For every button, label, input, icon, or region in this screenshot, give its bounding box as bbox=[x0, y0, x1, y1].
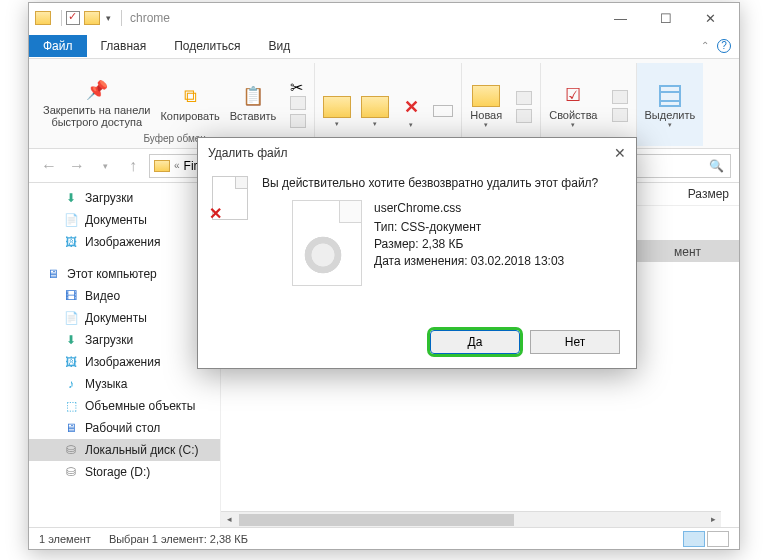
help-icon[interactable]: ? bbox=[717, 39, 731, 53]
tree-documents2[interactable]: 📄Документы bbox=[29, 307, 220, 329]
newfolder-icon bbox=[472, 85, 500, 107]
status-bar: 1 элемент Выбран 1 элемент: 2,38 КБ bbox=[29, 527, 739, 549]
qat-folder-icon[interactable] bbox=[84, 11, 100, 25]
dialog-title: Удалить файл bbox=[208, 146, 287, 160]
ribbon-tabs: Файл Главная Поделиться Вид ⌃ ? bbox=[29, 33, 739, 59]
tree-downloads[interactable]: ⬇Загрузки bbox=[29, 187, 220, 209]
tree-thispc[interactable]: 🖥Этот компьютер bbox=[29, 263, 220, 285]
newitem-icon[interactable] bbox=[516, 91, 532, 105]
file-size: Размер: 2,38 КБ bbox=[374, 236, 564, 253]
pin-button[interactable]: 📌 Закрепить на панели быстрого доступа bbox=[43, 78, 150, 128]
newfolder-button[interactable]: Новая▾ bbox=[470, 85, 502, 129]
cut-icon[interactable]: ✂ bbox=[290, 78, 306, 92]
easyaccess-icon[interactable] bbox=[516, 109, 532, 123]
folder-icon bbox=[35, 11, 51, 25]
ribbon: 📌 Закрепить на панели быстрого доступа ⧉… bbox=[29, 59, 739, 149]
open-icon[interactable] bbox=[612, 90, 628, 104]
scroll-thumb[interactable] bbox=[239, 514, 514, 526]
copyto-button[interactable]: ▾ bbox=[361, 96, 389, 128]
qat-properties-icon[interactable] bbox=[66, 11, 80, 25]
copyto-icon bbox=[361, 96, 389, 118]
dialog-close-button[interactable]: ✕ bbox=[614, 145, 626, 161]
rename-icon bbox=[433, 105, 453, 117]
back-button[interactable]: ← bbox=[37, 154, 61, 178]
file-name: userChrome.css bbox=[374, 200, 564, 217]
properties-icon: ☑ bbox=[561, 83, 585, 107]
chevron-left-icon[interactable]: « bbox=[174, 160, 180, 171]
tab-share[interactable]: Поделиться bbox=[160, 35, 254, 57]
window-title: chrome bbox=[130, 11, 170, 25]
tree-3dobjects[interactable]: ⬚Объемные объекты bbox=[29, 395, 220, 417]
tree-documents[interactable]: 📄Документы bbox=[29, 209, 220, 231]
select-button[interactable]: Выделить▾ bbox=[645, 85, 696, 129]
tree-desktop[interactable]: 🖥Рабочий стол bbox=[29, 417, 220, 439]
yes-button[interactable]: Да bbox=[430, 330, 520, 354]
horizontal-scrollbar[interactable]: ◂ ▸ bbox=[221, 511, 721, 527]
gear-icon bbox=[301, 233, 345, 277]
paste-icon: 📋 bbox=[241, 84, 265, 108]
delete-icon: ✕ bbox=[399, 95, 423, 119]
scroll-left-icon[interactable]: ◂ bbox=[221, 512, 237, 526]
copy-button[interactable]: ⧉ Копировать bbox=[160, 84, 219, 122]
up-button[interactable]: ↑ bbox=[121, 154, 145, 178]
moveto-icon bbox=[323, 96, 351, 118]
dialog-titlebar: Удалить файл ✕ bbox=[198, 138, 636, 168]
copypath-icon[interactable] bbox=[290, 96, 306, 110]
delete-button[interactable]: ✕▾ bbox=[399, 95, 423, 129]
file-metadata: userChrome.css Тип: CSS-документ Размер:… bbox=[374, 200, 564, 270]
titlebar: ▾ chrome — ☐ ✕ bbox=[29, 3, 739, 33]
no-button[interactable]: Нет bbox=[530, 330, 620, 354]
status-selection: Выбран 1 элемент: 2,38 КБ bbox=[109, 533, 248, 545]
dialog-question: Вы действительно хотите безвозвратно уда… bbox=[262, 176, 622, 190]
paste-button[interactable]: 📋 Вставить bbox=[230, 84, 277, 122]
tab-view[interactable]: Вид bbox=[254, 35, 304, 57]
qat-dropdown-icon[interactable]: ▾ bbox=[106, 13, 111, 23]
file-date: Дата изменения: 03.02.2018 13:03 bbox=[374, 253, 564, 270]
column-size[interactable]: Размер bbox=[678, 183, 739, 205]
close-button[interactable]: ✕ bbox=[688, 4, 733, 32]
tree-pictures[interactable]: 🖼Изображения bbox=[29, 231, 220, 253]
nav-tree: ⬇Загрузки 📄Документы 🖼Изображения 🖥Этот … bbox=[29, 183, 221, 527]
search-icon: 🔍 bbox=[709, 159, 724, 173]
file-type-icon bbox=[292, 200, 362, 286]
copy-icon: ⧉ bbox=[178, 84, 202, 108]
delete-confirmation-dialog: Удалить файл ✕ ✕ Вы действительно хотите… bbox=[197, 137, 637, 369]
file-delete-icon: ✕ bbox=[212, 176, 248, 220]
tree-music[interactable]: ♪Музыка bbox=[29, 373, 220, 395]
moveto-button[interactable]: ▾ bbox=[323, 96, 351, 128]
forward-button[interactable]: → bbox=[65, 154, 89, 178]
pin-icon: 📌 bbox=[85, 78, 109, 102]
minimize-button[interactable]: — bbox=[598, 4, 643, 32]
tree-videos[interactable]: 🎞Видео bbox=[29, 285, 220, 307]
address-folder-icon bbox=[154, 160, 170, 172]
history-icon[interactable] bbox=[612, 108, 628, 122]
tab-file[interactable]: Файл bbox=[29, 35, 87, 57]
status-count: 1 элемент bbox=[39, 533, 91, 545]
select-icon bbox=[659, 85, 681, 107]
tree-drive-c[interactable]: ⛁Локальный диск (C:) bbox=[29, 439, 220, 461]
view-details-button[interactable] bbox=[683, 531, 705, 547]
tab-home[interactable]: Главная bbox=[87, 35, 161, 57]
ribbon-expand-icon[interactable]: ⌃ bbox=[701, 40, 709, 51]
scroll-right-icon[interactable]: ▸ bbox=[705, 512, 721, 526]
tree-pictures2[interactable]: 🖼Изображения bbox=[29, 351, 220, 373]
view-icons-button[interactable] bbox=[707, 531, 729, 547]
recent-dropdown[interactable]: ▾ bbox=[93, 154, 117, 178]
tree-drive-d[interactable]: ⛁Storage (D:) bbox=[29, 461, 220, 483]
properties-button[interactable]: ☑ Свойства▾ bbox=[549, 83, 597, 129]
rename-button[interactable] bbox=[433, 105, 453, 119]
file-type: Тип: CSS-документ bbox=[374, 219, 564, 236]
maximize-button[interactable]: ☐ bbox=[643, 4, 688, 32]
shortcut-icon[interactable] bbox=[290, 114, 306, 128]
tree-downloads2[interactable]: ⬇Загрузки bbox=[29, 329, 220, 351]
